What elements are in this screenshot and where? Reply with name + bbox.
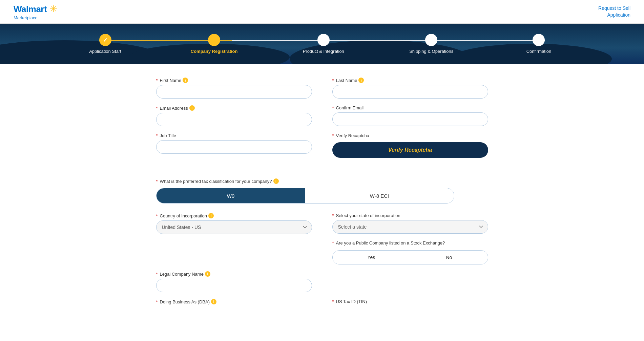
progress-steps: ✓ Application Start Company Registration…: [85, 34, 559, 57]
first-name-info-icon[interactable]: i: [183, 78, 188, 83]
logo: Walmart ✳ Marketplace: [14, 3, 57, 20]
verify-recaptcha-button[interactable]: Verify Recaptcha: [332, 142, 488, 158]
last-name-input[interactable]: [332, 85, 488, 99]
step-2-circle: [208, 34, 220, 46]
legal-company-label: * Legal Company Name i: [156, 271, 312, 277]
legal-name-row: * Legal Company Name i: [156, 271, 488, 292]
step-3-label: Product & Integration: [303, 49, 344, 54]
step-1-circle: ✓: [99, 34, 111, 46]
country-select[interactable]: United States - US: [156, 220, 312, 234]
required-star-first-name: *: [156, 78, 158, 83]
step-2-label: Company Registration: [191, 49, 238, 54]
spark-icon: ✳: [49, 4, 57, 14]
first-name-group: * First Name i: [156, 78, 312, 99]
email-row: * Email Address i * Confirm Email: [156, 105, 488, 126]
logo-walmart-text: Walmart: [14, 4, 47, 14]
step-5-label: Confirmation: [526, 49, 552, 54]
job-title-input[interactable]: [156, 140, 312, 154]
us-tax-id-group: * US Tax ID (TIN): [332, 299, 488, 306]
email-info-icon[interactable]: i: [189, 105, 195, 111]
first-name-input[interactable]: [156, 85, 312, 99]
required-star-email: *: [156, 106, 158, 111]
state-group: * Select your state of incorporation Sel…: [332, 213, 488, 264]
email-input[interactable]: [156, 113, 312, 126]
jobtitle-recaptcha-row: * Job Title * Verify Recaptcha Verify Re…: [156, 133, 488, 158]
confirm-email-label: * Confirm Email: [332, 105, 488, 110]
dba-group: * Doing Business As (DBA) i: [156, 299, 312, 306]
w8eci-toggle-button[interactable]: W-8 ECI: [305, 188, 454, 203]
tax-info-icon[interactable]: i: [273, 178, 279, 184]
recaptcha-label: * Verify Recaptcha: [332, 133, 488, 138]
dba-info-icon[interactable]: i: [211, 299, 216, 304]
legal-company-group: * Legal Company Name i: [156, 271, 312, 292]
no-button[interactable]: No: [410, 251, 488, 264]
required-star-public-company: *: [332, 240, 334, 246]
required-star-state: *: [332, 213, 334, 218]
country-label: * Country of Incorporation i: [156, 213, 312, 218]
site-header: Walmart ✳ Marketplace Request to Sell Ap…: [0, 0, 644, 24]
us-tax-id-label: * US Tax ID (TIN): [332, 299, 488, 304]
section-divider: [156, 168, 488, 168]
step-5-circle: [533, 34, 545, 46]
step-confirmation: Confirmation: [518, 34, 559, 54]
name-row: * First Name i * Last Name i: [156, 78, 488, 99]
country-info-icon[interactable]: i: [208, 213, 214, 218]
logo-marketplace-text: Marketplace: [14, 15, 57, 20]
last-name-info-icon[interactable]: i: [358, 78, 364, 83]
job-title-label: * Job Title: [156, 133, 312, 138]
confirm-email-input[interactable]: [332, 112, 488, 126]
email-label: * Email Address i: [156, 105, 312, 111]
legal-company-input[interactable]: [156, 279, 312, 292]
last-name-group: * Last Name i: [332, 78, 488, 99]
public-company-label: * Are you a Public Company listed on a S…: [332, 240, 488, 246]
state-select[interactable]: Select a state: [332, 220, 488, 234]
required-star-job-title: *: [156, 133, 158, 138]
step-1-label: Application Start: [89, 49, 121, 54]
legal-company-info-icon[interactable]: i: [205, 271, 210, 277]
required-star-last-name: *: [332, 78, 334, 83]
required-star-legal: *: [156, 272, 158, 277]
recaptcha-group: * Verify Recaptcha Verify Recaptcha: [332, 133, 488, 158]
required-star-tax: *: [156, 179, 158, 184]
first-name-label: * First Name i: [156, 78, 312, 83]
tax-classification-section: * What is the preferred tax classificati…: [156, 178, 488, 204]
right-placeholder-legal: [332, 271, 488, 292]
required-star-recaptcha: *: [332, 133, 334, 138]
page-title: Request to Sell Application: [598, 5, 630, 18]
step-4-label: Shipping & Operations: [409, 49, 453, 54]
yes-no-group: Yes No: [332, 250, 488, 264]
required-star-tax-id: *: [332, 299, 334, 304]
country-state-row: * Country of Incorporation i United Stat…: [156, 213, 488, 264]
country-group: * Country of Incorporation i United Stat…: [156, 213, 312, 264]
w9-toggle-button[interactable]: W9: [157, 188, 305, 203]
required-star-dba: *: [156, 299, 158, 304]
required-star-confirm-email: *: [332, 105, 334, 110]
step-company-registration: Company Registration: [191, 34, 238, 54]
required-star-country: *: [156, 213, 158, 218]
confirm-email-group: * Confirm Email: [332, 105, 488, 126]
last-name-label: * Last Name i: [332, 78, 488, 83]
progress-section: ✓ Application Start Company Registration…: [0, 24, 644, 64]
step-3-circle: [317, 34, 330, 46]
dba-label: * Doing Business As (DBA) i: [156, 299, 312, 304]
email-group: * Email Address i: [156, 105, 312, 126]
job-title-group: * Job Title: [156, 133, 312, 158]
form-container: * First Name i * Last Name i * Email Add…: [136, 64, 508, 327]
step-4-circle: [425, 34, 437, 46]
tax-toggle-group: W9 W-8 ECI: [156, 188, 454, 204]
step-application-start: ✓ Application Start: [85, 34, 126, 54]
yes-button[interactable]: Yes: [333, 251, 410, 264]
dba-tax-row: * Doing Business As (DBA) i * US Tax ID …: [156, 299, 488, 306]
state-label: * Select your state of incorporation: [332, 213, 488, 218]
tax-question: * What is the preferred tax classificati…: [156, 178, 488, 184]
step-shipping-operations: Shipping & Operations: [409, 34, 453, 54]
step-product-integration: Product & Integration: [303, 34, 344, 54]
